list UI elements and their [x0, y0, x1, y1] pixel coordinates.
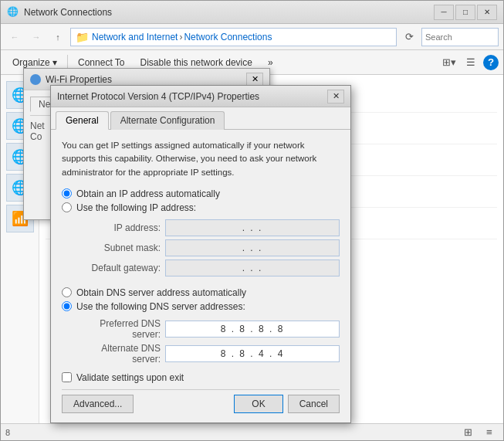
ipv4-properties-dialog: Internet Protocol Version 4 (TCP/IPv4) P…: [50, 85, 351, 423]
manual-dns-radio[interactable]: [62, 301, 72, 311]
ipv4-dialog-body: You can get IP settings assigned automat…: [51, 130, 350, 422]
manual-ip-radio-item: Use the following IP address:: [62, 202, 340, 213]
subnet-mask-input[interactable]: . . .: [165, 239, 340, 256]
auto-ip-label[interactable]: Obtain an IP address automatically: [76, 188, 220, 199]
default-gateway-row: Default gateway: . . .: [76, 260, 340, 276]
folder-icon: 📁: [76, 31, 89, 43]
title-bar: 🌐 Network Connections ─ □ ✕: [1, 1, 503, 24]
validate-label[interactable]: Validate settings upon exit: [76, 372, 184, 383]
ipv4-dialog-title: Internet Protocol Version 4 (TCP/IPv4) P…: [57, 91, 327, 102]
manual-ip-radio[interactable]: [62, 202, 72, 212]
default-gateway-input[interactable]: . . .: [165, 260, 340, 276]
search-box[interactable]: 🔍: [421, 28, 499, 46]
ip-address-radio-group: Obtain an IP address automatically Use t…: [62, 188, 340, 213]
up-button[interactable]: ↑: [49, 28, 67, 46]
status-count: 8: [5, 428, 10, 437]
preferred-dns-label: Preferred DNS server:: [76, 318, 161, 340]
alternate-dns-input[interactable]: 8 . 8 . 4 . 4: [165, 345, 340, 362]
dns-section: Obtain DNS server address automatically …: [62, 284, 340, 365]
subnet-mask-label: Subnet mask:: [76, 243, 161, 253]
breadcrumb-part-1[interactable]: Network and Internet: [92, 32, 178, 42]
ipv4-dialog-close-button[interactable]: ✕: [327, 90, 344, 103]
manual-ip-label[interactable]: Use the following IP address:: [76, 202, 196, 213]
breadcrumb-separator-1: ›: [179, 32, 182, 42]
window-controls: ─ □ ✕: [434, 5, 497, 20]
close-button[interactable]: ✕: [477, 5, 497, 20]
wifi-dialog-close-button[interactable]: ✕: [246, 73, 263, 87]
ipv4-tabs: General Alternate Configuration: [51, 107, 350, 130]
breadcrumb: Network and Internet › Network Connectio…: [92, 32, 391, 42]
tab-general[interactable]: General: [56, 111, 109, 130]
validate-row: Validate settings upon exit: [62, 372, 340, 383]
auto-ip-radio[interactable]: [62, 188, 72, 198]
preferred-dns-row: Preferred DNS server: 8 . 8 . 8 . 8: [76, 318, 340, 340]
status-bar-right: ⊞ ≡: [458, 423, 499, 442]
toolbar-right: ⊞▾ ☰ ?: [440, 53, 499, 72]
window-icon: 🌐: [7, 6, 19, 19]
address-field[interactable]: 📁 Network and Internet › Network Connect…: [70, 28, 397, 46]
search-input[interactable]: [425, 32, 504, 42]
tab-alternate-config[interactable]: Alternate Configuration: [110, 111, 225, 130]
status-view-btn-1[interactable]: ⊞: [458, 423, 477, 442]
auto-dns-radio-item: Obtain DNS server address automatically: [62, 287, 340, 298]
advanced-button[interactable]: Advanced...: [62, 395, 134, 413]
status-view-btn-2[interactable]: ≡: [480, 423, 499, 442]
wifi-dialog-icon: [30, 74, 41, 85]
auto-ip-radio-item: Obtain an IP address automatically: [62, 188, 340, 199]
dns-radio-group: Obtain DNS server address automatically …: [62, 287, 340, 312]
auto-dns-label[interactable]: Obtain DNS server address automatically: [76, 287, 246, 298]
refresh-button[interactable]: ⟳: [400, 28, 418, 46]
forward-button[interactable]: →: [27, 28, 46, 46]
dns-fields-group: Preferred DNS server: 8 . 8 . 8 . 8 Alte…: [76, 318, 340, 365]
auto-dns-radio[interactable]: [62, 287, 72, 297]
subnet-mask-row: Subnet mask: . . .: [76, 239, 340, 256]
window-title: Network Connections: [24, 7, 434, 18]
back-button[interactable]: ←: [5, 28, 24, 46]
address-bar: ← → ↑ 📁 Network and Internet › Network C…: [1, 24, 503, 50]
preferred-dns-input[interactable]: 8 . 8 . 8 . 8: [165, 321, 340, 338]
ip-address-label: IP address:: [76, 222, 161, 233]
ipv4-dialog-titlebar: Internet Protocol Version 4 (TCP/IPv4) P…: [51, 86, 350, 107]
alternate-dns-row: Alternate DNS server: 8 . 8 . 4 . 4: [76, 343, 340, 365]
validate-checkbox[interactable]: [62, 372, 72, 382]
help-button[interactable]: ?: [483, 55, 499, 70]
ok-button[interactable]: OK: [234, 395, 282, 413]
wifi-dialog-title: Wi-Fi Properties: [46, 74, 246, 85]
ip-fields-group: IP address: . . . Subnet mask: . . . Def…: [76, 219, 340, 276]
alternate-dns-label: Alternate DNS server:: [76, 343, 161, 365]
minimize-button[interactable]: ─: [434, 5, 454, 20]
ip-address-row: IP address: . . .: [76, 219, 340, 236]
change-view-button[interactable]: ⊞▾: [440, 53, 458, 72]
dialog-buttons: Advanced... OK Cancel: [62, 389, 340, 413]
cancel-button[interactable]: Cancel: [288, 395, 340, 413]
manual-dns-label[interactable]: Use the following DNS server addresses:: [76, 301, 245, 312]
ipv4-info-text: You can get IP settings assigned automat…: [62, 139, 340, 179]
default-gateway-label: Default gateway:: [76, 263, 161, 273]
maximize-button[interactable]: □: [455, 5, 475, 20]
details-view-button[interactable]: ☰: [462, 53, 480, 72]
ok-cancel-buttons: OK Cancel: [234, 395, 340, 413]
breadcrumb-part-2[interactable]: Network Connections: [184, 32, 272, 42]
ip-address-input[interactable]: . . .: [165, 219, 340, 236]
manual-dns-radio-item: Use the following DNS server addresses:: [62, 301, 340, 312]
status-bar: 8 ⊞ ≡: [1, 423, 503, 440]
